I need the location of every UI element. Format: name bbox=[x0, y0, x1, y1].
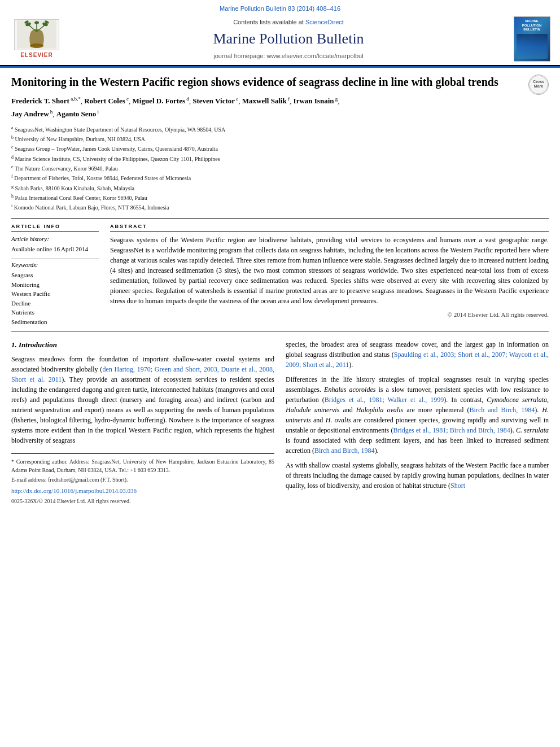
available-online: Available online 16 April 2014 bbox=[11, 245, 99, 254]
intro-right-para2: Differences in the life history strategi… bbox=[286, 374, 549, 456]
journal-url: journal homepage: www.elsevier.com/locat… bbox=[68, 52, 509, 60]
isnain-affil: g bbox=[334, 96, 338, 102]
affil-g: g Sabah Parks, 88100 Kota Kinabalu, Saba… bbox=[11, 184, 549, 193]
abstract-text: Seagrass systems of the Western Pacific … bbox=[110, 235, 549, 306]
body-left-column: 1. Introduction Seagrass meadows form th… bbox=[11, 339, 274, 505]
seno-affil: i bbox=[96, 109, 99, 115]
ref-den-hartog[interactable]: den Hartog, 1970; Green and Short, 2003,… bbox=[11, 365, 274, 383]
separator-affiliations bbox=[11, 218, 549, 219]
ref-bridges2[interactable]: Bridges et al., 1981; Birch and Birch, 1… bbox=[393, 426, 510, 434]
journal-title-section: Contents lists available at ScienceDirec… bbox=[68, 18, 509, 60]
ref-bridges1[interactable]: Bridges et al., 1981; Walker et al., 199… bbox=[325, 396, 444, 404]
doi-link[interactable]: http://dx.doi.org/10.1016/j.marpolbul.20… bbox=[11, 486, 274, 496]
article-body: Cross Mark Monitoring in the Western Pac… bbox=[0, 68, 560, 505]
body-right-column: species, the broadest area of seagrass m… bbox=[286, 339, 549, 505]
svg-point-9 bbox=[34, 21, 39, 24]
contents-line: Contents lists available at ScienceDirec… bbox=[68, 18, 509, 27]
cover-image-text: MARINE POLLUTION BULLETIN bbox=[517, 19, 548, 32]
ref-birch1[interactable]: Birch and Birch, 1984 bbox=[470, 406, 535, 414]
keyword-seagrass: Seagrass bbox=[11, 270, 99, 280]
coles-affil: c bbox=[125, 96, 129, 102]
ref-short-last[interactable]: Short bbox=[450, 482, 465, 490]
halophila-name: Halophila ovalis bbox=[356, 406, 403, 414]
journal-header: Marine Pollution Bulletin 83 (2014) 408–… bbox=[0, 0, 560, 66]
article-info-label: ARTICLE INFO bbox=[11, 223, 99, 232]
svg-text:Mark: Mark bbox=[534, 84, 543, 88]
andrew-affil: h bbox=[49, 109, 53, 115]
enhalus-name: Enhalus acoroides bbox=[324, 386, 375, 394]
keyword-western-pacific: Western Pacific bbox=[11, 289, 99, 299]
author-andrew: Jay Andrew bbox=[11, 110, 49, 118]
affil-b: b University of New Hampshire, Durham, N… bbox=[11, 134, 549, 143]
keyword-nutrients: Nutrients bbox=[11, 308, 99, 317]
journal-citation: Marine Pollution Bulletin 83 (2014) 408–… bbox=[220, 5, 340, 12]
footnote-star-line: * Corresponding author. Address: Seagras… bbox=[11, 457, 274, 474]
ref-birch2[interactable]: Birch and Birch, 1984 bbox=[314, 447, 375, 455]
affiliations-block: a SeagrassNet, Washington State Departme… bbox=[11, 125, 549, 212]
c-serrulata: C. serrulata bbox=[516, 426, 549, 434]
keyword-monitoring: Monitoring bbox=[11, 280, 99, 290]
keyword-sedimentation: Sedimentation bbox=[11, 317, 99, 327]
fortes-affil: d bbox=[185, 96, 189, 102]
cover-image: MARINE POLLUTION BULLETIN bbox=[514, 16, 550, 62]
abstract-label: ABSTRACT bbox=[110, 223, 549, 232]
victor-affil: e bbox=[235, 96, 238, 102]
short-affil: a,b,* bbox=[69, 96, 81, 102]
affil-c: c Seagrass Group – TropWater, James Cook… bbox=[11, 144, 549, 153]
info-abstract-columns: ARTICLE INFO Article history: Available … bbox=[11, 223, 549, 327]
copyright-line: © 2014 Elsevier Ltd. All rights reserved… bbox=[110, 311, 549, 319]
body-two-columns: 1. Introduction Seagrass meadows form th… bbox=[11, 339, 549, 505]
header-main: ELSEVIER Contents lists available at Sci… bbox=[0, 16, 560, 62]
affil-a: a SeagrassNet, Washington State Departme… bbox=[11, 125, 549, 134]
authors-block: Frederick T. Short a,b,*, Robert Coles c… bbox=[11, 95, 549, 120]
footnote-email-text: E-mail address: fredtshort@gmail.com (F.… bbox=[11, 477, 128, 483]
author-fortes: Miguel D. Fortes bbox=[133, 97, 186, 106]
intro-right-para3: As with shallow coastal systems globally… bbox=[286, 460, 549, 491]
history-label: Article history: bbox=[11, 235, 99, 243]
keyword-decline: Decline bbox=[11, 299, 99, 308]
salik-affil: f bbox=[287, 96, 290, 102]
footnote-area: * Corresponding author. Address: Seagras… bbox=[11, 453, 274, 506]
intro-right-para1: species, the broadest area of seagrass m… bbox=[286, 339, 549, 370]
elsevier-brand: ELSEVIER bbox=[20, 51, 53, 59]
article-info-column: ARTICLE INFO Article history: Available … bbox=[11, 223, 99, 327]
author-isnain: Irwan Isnain bbox=[294, 97, 334, 106]
elsevier-logo: ELSEVIER bbox=[6, 19, 68, 59]
separator-abstract bbox=[11, 331, 549, 331]
intro-left-para1: Seagrass meadows form the foundation of … bbox=[11, 354, 274, 445]
affil-f: f Department of Fisheries, Tofol, Kosrae… bbox=[11, 173, 549, 182]
author-salik: Maxwell Salik bbox=[242, 97, 287, 106]
author-victor: Steven Victor bbox=[193, 97, 235, 106]
crossmark-badge: Cross Mark bbox=[528, 75, 549, 95]
article-title: Cross Mark Monitoring in the Western Pac… bbox=[11, 75, 549, 89]
h-ovalis: H. ovalis bbox=[326, 416, 351, 424]
keywords-label: Keywords: bbox=[11, 261, 99, 269]
cymodocea-name: Cymodocea serrulata bbox=[487, 396, 547, 404]
author-coles: Robert Coles bbox=[84, 97, 125, 106]
svg-text:Cross: Cross bbox=[533, 80, 544, 84]
affil-h: h Palau International Coral Reef Center,… bbox=[11, 193, 549, 202]
intro-heading: 1. Introduction bbox=[11, 339, 274, 351]
sciencedirect-link[interactable]: ScienceDirect bbox=[305, 19, 344, 25]
affil-i: i Komodo National Park, Labuan Bajo, Flo… bbox=[11, 203, 549, 212]
issn-line: 0025-326X/© 2014 Elsevier Ltd. All right… bbox=[11, 497, 274, 505]
footnote-email-line: E-mail address: fredtshort@gmail.com (F.… bbox=[11, 475, 274, 484]
journal-cover: MARINE POLLUTION BULLETIN bbox=[509, 16, 554, 62]
journal-name: Marine Pollution Bulletin bbox=[68, 29, 509, 49]
elsevier-tree-icon bbox=[14, 19, 59, 50]
affil-d: d Marine Science Institute, CS, Universi… bbox=[11, 154, 549, 163]
footnote-star-text: * Corresponding author. Address: Seagras… bbox=[11, 458, 274, 473]
ref-spaulding[interactable]: Spaulding et al., 2003; Short et al., 20… bbox=[286, 351, 549, 369]
abstract-column: ABSTRACT Seagrass systems of the Western… bbox=[110, 223, 549, 327]
journal-top-bar: Marine Pollution Bulletin 83 (2014) 408–… bbox=[0, 5, 560, 13]
affil-e: e The Nature Conservancy, Koror 96940, P… bbox=[11, 164, 549, 173]
author-seno: Aganto Seno bbox=[56, 110, 96, 118]
article-title-text: Monitoring in the Western Pacific region… bbox=[11, 76, 498, 88]
halodule-name: Halodule uninervis bbox=[286, 406, 339, 414]
author-short: Frederick T. Short bbox=[11, 97, 69, 106]
